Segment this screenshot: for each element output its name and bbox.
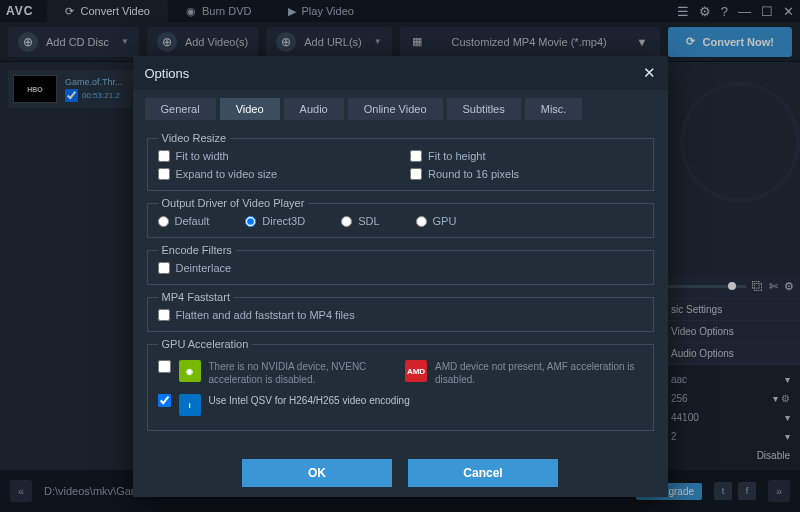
group-faststart: MP4 Faststart Flatten and add faststart … [147,291,654,332]
radio-default[interactable]: Default [158,215,210,227]
tab-misc[interactable]: Misc. [525,98,583,120]
check-fit-height[interactable]: Fit to height [410,150,643,162]
group-encode-filters: Encode Filters Deinterlace [147,244,654,285]
intel-icon: i [179,394,201,416]
radio-direct3d[interactable]: Direct3D [245,215,305,227]
options-dialog: Options ✕ General Video Audio Online Vid… [133,56,668,497]
tab-online-video[interactable]: Online Video [348,98,443,120]
check-deinterlace[interactable]: Deinterlace [158,262,643,274]
cancel-button[interactable]: Cancel [408,459,558,487]
check-faststart[interactable]: Flatten and add faststart to MP4 files [158,309,643,321]
group-output-driver: Output Driver of Video Player Default Di… [147,197,654,238]
radio-sdl[interactable]: SDL [341,215,379,227]
options-tabs: General Video Audio Online Video Subtitl… [133,90,668,120]
ok-button[interactable]: OK [242,459,392,487]
check-fit-width[interactable]: Fit to width [158,150,391,162]
check-intel-qsv[interactable] [158,394,171,407]
tab-general[interactable]: General [145,98,216,120]
group-video-resize: Video Resize Fit to width Fit to height … [147,132,654,191]
dialog-close-button[interactable]: ✕ [643,64,656,82]
modal-backdrop: Options ✕ General Video Audio Online Vid… [0,0,800,512]
tab-video[interactable]: Video [220,98,280,120]
check-expand[interactable]: Expand to video size [158,168,391,180]
amd-icon: AMD [405,360,427,382]
nvidia-icon: ◉ [179,360,201,382]
dialog-title: Options [145,66,190,81]
radio-gpu[interactable]: GPU [416,215,457,227]
check-nvidia[interactable] [158,360,171,373]
tab-audio[interactable]: Audio [284,98,344,120]
tab-subtitles[interactable]: Subtitles [447,98,521,120]
group-gpu-accel: GPU Acceleration ◉ There is no NVIDIA de… [147,338,654,431]
check-round16[interactable]: Round to 16 pixels [410,168,643,180]
